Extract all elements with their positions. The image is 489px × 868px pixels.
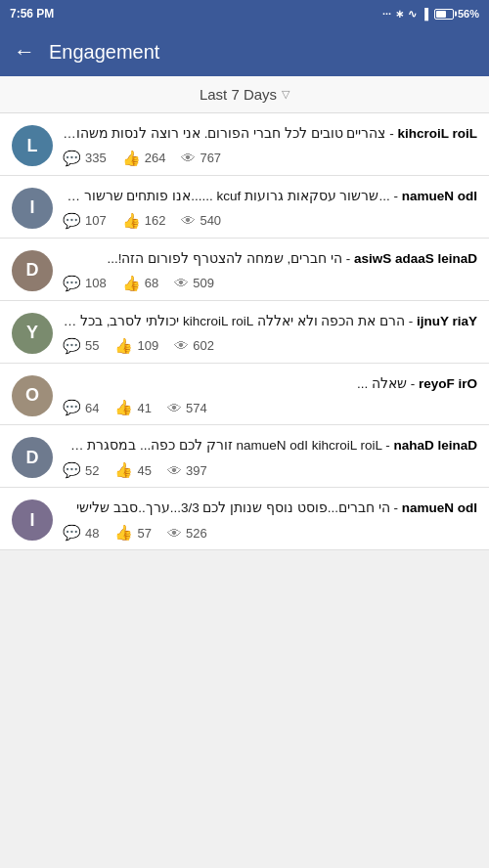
view-count: 602 bbox=[193, 338, 214, 353]
comment-count: 107 bbox=[85, 213, 107, 228]
view-icon: 👁 bbox=[167, 462, 182, 479]
post-stats: 💬 107 👍 162 👁 540 bbox=[63, 212, 477, 230]
post-body: הי חברים, שמחה להצטרף לפורום הזה!... bbox=[107, 251, 342, 266]
header: ← Engagement bbox=[0, 27, 489, 76]
view-stat: 👁 540 bbox=[181, 212, 221, 229]
view-count: 767 bbox=[200, 151, 221, 165]
author-name: Lior Liorchik bbox=[397, 126, 477, 141]
avatar: L bbox=[12, 125, 53, 166]
post-stats: 💬 52 👍 45 👁 397 bbox=[63, 461, 477, 479]
view-stat: 👁 526 bbox=[167, 525, 207, 542]
comment-icon: 💬 bbox=[63, 212, 81, 230]
post-text: Ori Foyer - שאלה ... bbox=[63, 375, 477, 394]
author-name: Ido Neuman bbox=[402, 189, 477, 203]
avatar: Y bbox=[12, 313, 53, 354]
separator: - bbox=[390, 500, 402, 515]
post-item[interactable]: O Ori Foyer - שאלה ... 💬 64 👍 41 👁 574 bbox=[0, 364, 489, 426]
post-content: Ido Neuman - ...שרשור עסקאות גרועות fuck… bbox=[63, 188, 477, 230]
post-item[interactable]: L Lior Liorchik - צהריים טובים לכל חברי … bbox=[0, 113, 489, 176]
view-count: 574 bbox=[186, 401, 207, 415]
post-item[interactable]: D Daniel Saada Swisa - הי חברים, שמחה לה… bbox=[0, 239, 489, 301]
view-icon: 👁 bbox=[181, 212, 196, 229]
view-stat: 👁 767 bbox=[181, 150, 221, 166]
like-icon: 👍 bbox=[114, 461, 133, 479]
back-button[interactable]: ← bbox=[14, 41, 35, 63]
view-icon: 👁 bbox=[174, 337, 189, 354]
separator: - bbox=[405, 314, 417, 328]
post-stats: 💬 48 👍 57 👁 526 bbox=[63, 524, 477, 542]
like-stat: 👍 41 bbox=[114, 399, 151, 416]
avatar-initial: I bbox=[12, 499, 53, 541]
avatar: I bbox=[12, 499, 53, 541]
post-item[interactable]: D Daniel Dahan - Lior Liorchik Ido Neuma… bbox=[0, 425, 489, 488]
comment-icon: 💬 bbox=[63, 524, 81, 542]
separator: - bbox=[407, 376, 419, 391]
like-count: 57 bbox=[137, 526, 151, 541]
post-content: Yair Yunji - הרם את הכפה ולא יאללה Lior … bbox=[63, 313, 477, 355]
filter-text: Last 7 Days bbox=[200, 86, 277, 103]
comment-count: 108 bbox=[85, 276, 107, 290]
comment-icon: 💬 bbox=[63, 150, 81, 167]
battery-icon bbox=[434, 9, 454, 20]
post-item[interactable]: Y Yair Yunji - הרם את הכפה ולא יאללה Lio… bbox=[0, 301, 489, 364]
like-stat: 👍 68 bbox=[122, 275, 158, 292]
avatar-initial: Y bbox=[12, 313, 53, 354]
post-stats: 💬 335 👍 264 👁 767 bbox=[63, 150, 477, 167]
separator: - bbox=[390, 189, 402, 203]
like-stat: 👍 109 bbox=[114, 337, 158, 355]
like-count: 264 bbox=[145, 151, 166, 165]
dropdown-arrow-icon: ▽ bbox=[282, 88, 289, 101]
comment-stat: 💬 52 bbox=[63, 461, 99, 479]
signal-icon: ▐ bbox=[421, 8, 428, 20]
status-time: 7:56 PM bbox=[10, 7, 54, 21]
like-stat: 👍 264 bbox=[122, 150, 166, 167]
post-item[interactable]: I Ido Neuman - הי חברים...פוסט נוסף שנות… bbox=[0, 488, 489, 550]
post-body: Lior Liorchik Ido Neuman זורק לכם כפה...… bbox=[63, 438, 381, 453]
avatar: D bbox=[12, 437, 53, 478]
post-content: Lior Liorchik - צהריים טובים לכל חברי הפ… bbox=[63, 125, 477, 167]
filter-bar[interactable]: Last 7 Days ▽ bbox=[0, 76, 489, 113]
view-icon: 👁 bbox=[167, 400, 182, 416]
view-count: 526 bbox=[186, 526, 207, 541]
separator: - bbox=[381, 438, 393, 453]
author-name: Ido Neuman bbox=[402, 500, 477, 515]
like-icon: 👍 bbox=[122, 212, 141, 230]
post-text: Lior Liorchik - צהריים טובים לכל חברי הפ… bbox=[63, 125, 477, 144]
separator: - bbox=[385, 126, 397, 141]
like-count: 162 bbox=[145, 213, 166, 228]
view-stat: 👁 509 bbox=[174, 275, 214, 291]
like-count: 41 bbox=[137, 401, 151, 415]
post-body: שאלה ... bbox=[357, 376, 407, 391]
post-stats: 💬 64 👍 41 👁 574 bbox=[63, 399, 477, 416]
filter-label[interactable]: Last 7 Days ▽ bbox=[200, 86, 289, 103]
post-content: Daniel Dahan - Lior Liorchik Ido Neuman … bbox=[63, 437, 477, 479]
comment-count: 55 bbox=[85, 338, 99, 353]
avatar: D bbox=[12, 250, 53, 291]
post-text: Daniel Saada Swisa - הי חברים, שמחה להצט… bbox=[63, 250, 477, 269]
comment-count: 52 bbox=[85, 463, 99, 478]
view-icon: 👁 bbox=[174, 275, 189, 291]
author-name: Ori Foyer bbox=[419, 376, 477, 391]
comment-icon: 💬 bbox=[63, 399, 81, 416]
comment-icon: 💬 bbox=[63, 275, 81, 292]
avatar-initial: L bbox=[12, 125, 53, 166]
wifi-icon: ∿ bbox=[408, 8, 417, 21]
post-body: ...שרשור עסקאות גרועות fuck ......אנו פו… bbox=[63, 189, 390, 203]
comment-count: 64 bbox=[85, 401, 99, 415]
like-icon: 👍 bbox=[114, 399, 133, 416]
post-body: הרם את הכפה ולא יאללה Lior Liorchik יכול… bbox=[63, 314, 405, 328]
comment-stat: 💬 64 bbox=[63, 399, 99, 416]
header-title: Engagement bbox=[49, 41, 159, 64]
view-stat: 👁 574 bbox=[167, 400, 207, 416]
like-icon: 👍 bbox=[114, 524, 133, 542]
post-text: Daniel Dahan - Lior Liorchik Ido Neuman … bbox=[63, 437, 477, 456]
comment-stat: 💬 335 bbox=[63, 150, 107, 167]
post-item[interactable]: I Ido Neuman - ...שרשור עסקאות גרועות fu… bbox=[0, 176, 489, 239]
like-icon: 👍 bbox=[114, 337, 133, 355]
avatar: O bbox=[12, 375, 53, 416]
avatar-initial: D bbox=[12, 437, 53, 478]
comment-stat: 💬 55 bbox=[63, 337, 99, 355]
author-name: Yair Yunji bbox=[417, 314, 477, 328]
like-stat: 👍 57 bbox=[114, 524, 151, 542]
like-count: 68 bbox=[145, 276, 158, 290]
